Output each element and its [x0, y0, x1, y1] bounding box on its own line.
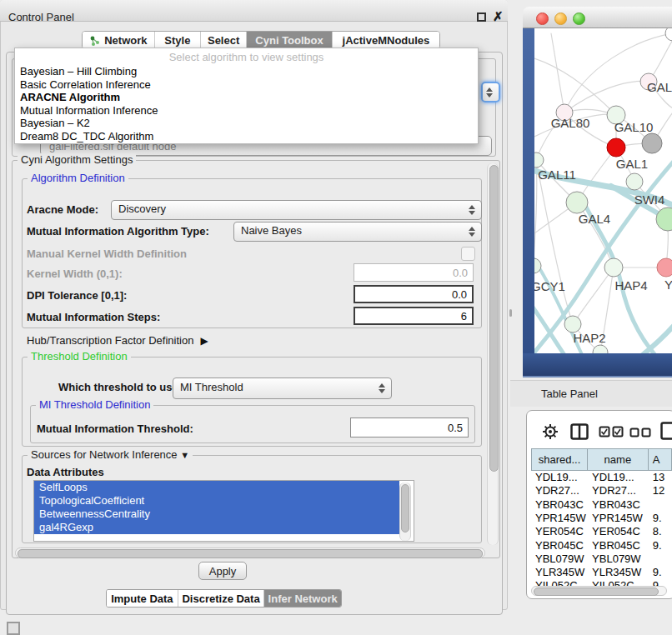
column-header-name[interactable]: name — [588, 448, 649, 471]
node-label: Y — [664, 278, 672, 292]
column-header-shared-name[interactable]: shared... — [531, 448, 588, 471]
tab-cyni-toolbox[interactable]: Cyni Toolbox — [247, 32, 333, 48]
close-traffic-light-icon[interactable] — [536, 12, 549, 25]
table-cell: YIL052C — [588, 579, 649, 586]
table-row[interactable]: YLR345WYLR345W9. — [531, 566, 672, 579]
sources-group-title[interactable]: Sources for Network Inference ▼ — [28, 448, 193, 461]
settings-group-title: Cyni Algorithm Settings — [18, 153, 136, 166]
node-label: SWI4 — [634, 192, 665, 207]
dropdown-item[interactable]: Basic Correlation Inference — [15, 78, 478, 92]
float-window-icon[interactable] — [477, 12, 486, 22]
table-cell: YBR045C — [531, 539, 588, 552]
table-row[interactable]: YPR145WYPR145W9. — [531, 512, 672, 525]
table-header-row: shared... name A — [531, 448, 672, 471]
node-label: GCY1 — [534, 279, 565, 293]
list-scrollbar[interactable] — [399, 482, 411, 541]
table-row[interactable]: YDL19...YDL19...13 — [531, 471, 672, 484]
table-cell: YIL052C — [531, 579, 588, 586]
network-node[interactable] — [657, 258, 672, 277]
new-table-icon[interactable] — [660, 421, 672, 441]
table-row[interactable]: YDR27...YDR27...12 — [531, 484, 672, 498]
settings-vertical-scrollbar-thumb[interactable] — [489, 165, 499, 472]
network-edge[interactable] — [534, 160, 537, 266]
aracne-mode-combo[interactable]: Discovery — [111, 200, 482, 220]
minimized-panel-icon[interactable] — [7, 622, 20, 635]
network-node[interactable] — [665, 28, 672, 41]
algorithm-combo-button[interactable] — [481, 82, 500, 102]
settings-vertical-scrollbar[interactable] — [487, 163, 499, 545]
hub-definition-header[interactable]: Hub/Transcription Factor Definition▶ — [27, 334, 208, 347]
mi-steps-input[interactable] — [354, 307, 474, 325]
dropdown-item[interactable]: Mutual Information Inference — [15, 104, 478, 118]
table-row[interactable]: YBR043CYBR043C — [531, 498, 672, 512]
network-node[interactable] — [534, 152, 544, 168]
network-node[interactable] — [607, 138, 625, 157]
column-header-partial[interactable]: A — [649, 448, 672, 471]
tab-network[interactable]: Network — [83, 32, 155, 48]
settings-horizontal-scrollbar[interactable] — [15, 548, 485, 558]
settings-horizontal-scrollbar-thumb[interactable] — [18, 549, 483, 558]
network-view-frame — [523, 353, 672, 378]
table-row[interactable]: YER054CYER054C8. — [531, 525, 672, 538]
columns-icon[interactable] — [570, 423, 589, 440]
table-cell: YER054C — [588, 525, 649, 538]
tab-style[interactable]: Style — [155, 32, 201, 48]
manual-kernel-checkbox[interactable] — [461, 247, 475, 261]
zoom-traffic-light-icon[interactable] — [573, 12, 585, 25]
data-attribute-item[interactable]: BetweennessCentrality — [34, 508, 399, 521]
network-window-titlebar[interactable] — [523, 7, 672, 28]
data-attribute-item[interactable]: gal4RGexp — [34, 521, 399, 534]
network-edge[interactable] — [551, 33, 564, 112]
table-cell: YDR27... — [588, 484, 649, 498]
table-horizontal-scrollbar-thumb[interactable] — [534, 588, 659, 596]
network-node[interactable] — [604, 258, 623, 277]
network-node[interactable] — [593, 345, 608, 353]
dropdown-item[interactable]: Bayesian – Hill Climbing — [15, 65, 478, 78]
tab-jactivemnodules[interactable]: jActiveMNodules — [333, 32, 439, 48]
list-scrollbar-thumb[interactable] — [401, 484, 409, 532]
mi-threshold-input[interactable] — [350, 418, 469, 438]
tab-network-label: Network — [104, 34, 147, 47]
network-edge[interactable] — [564, 81, 649, 112]
deselect-all-checkboxes-icon[interactable] — [629, 428, 652, 438]
mi-algorithm-type-combo[interactable]: Naive Bayes — [233, 222, 482, 242]
table-row[interactable]: YBL079WYBL079W — [531, 552, 672, 566]
minimize-traffic-light-icon[interactable] — [554, 12, 567, 25]
node-label: GAL80 — [551, 116, 590, 130]
dropdown-item[interactable]: Dream8 DC_TDC Algorithm — [15, 130, 478, 143]
network-edge[interactable] — [534, 58, 616, 115]
node-label: HAP4 — [614, 278, 647, 292]
network-edge[interactable] — [564, 33, 672, 112]
tab-select[interactable]: Select — [201, 32, 247, 48]
table-cell: YLR345W — [531, 566, 588, 579]
data-attribute-item[interactable]: SelfLoops — [34, 481, 399, 494]
network-node[interactable] — [626, 173, 643, 190]
data-attributes-list[interactable]: SelfLoopsTopologicalCoefficientBetweenne… — [33, 480, 414, 542]
apply-button[interactable]: Apply — [198, 562, 247, 580]
control-panel-tabbar: Network Style Select Cyni Toolbox jActiv… — [82, 31, 440, 49]
network-node[interactable] — [564, 316, 581, 332]
dpi-tolerance-input[interactable] — [354, 285, 474, 303]
kernel-width-input[interactable] — [354, 263, 474, 282]
mi-algorithm-type-label: Mutual Information Algorithm Type: — [27, 225, 209, 238]
dropdown-item[interactable]: ARACNE Algorithm — [15, 91, 478, 104]
table-cell: YPR145W — [588, 512, 649, 525]
table-row[interactable]: YBR045CYBR045C9. — [531, 539, 672, 552]
network-node[interactable] — [642, 133, 662, 153]
tab-infer-network[interactable]: Infer Network — [264, 590, 341, 607]
data-attribute-item[interactable]: TopologicalCoefficient — [34, 494, 399, 508]
tab-discretize-data[interactable]: Discretize Data — [178, 590, 265, 607]
panel-splitter-handle[interactable] — [509, 309, 512, 317]
control-panel-titlebar[interactable] — [0, 0, 508, 22]
close-icon[interactable]: ✗ — [493, 9, 504, 24]
gear-icon[interactable] — [541, 422, 559, 441]
manual-kernel-label: Manual Kernel Width Definition — [27, 248, 187, 260]
table-row[interactable]: YIL052CYIL052C9 — [531, 579, 672, 586]
network-node[interactable] — [566, 192, 588, 213]
table-horizontal-scrollbar[interactable] — [531, 586, 667, 596]
network-canvas[interactable]: GALGAL80GAL10GAL1GAL11SWI4GAL4GCY1HAP4YH… — [534, 28, 672, 353]
which-threshold-combo[interactable]: MI Threshold — [173, 378, 392, 399]
select-all-checkboxes-icon[interactable] — [599, 426, 624, 438]
dropdown-item[interactable]: Bayesian – K2 — [15, 117, 478, 130]
tab-impute-data[interactable]: Impute Data — [107, 590, 178, 607]
